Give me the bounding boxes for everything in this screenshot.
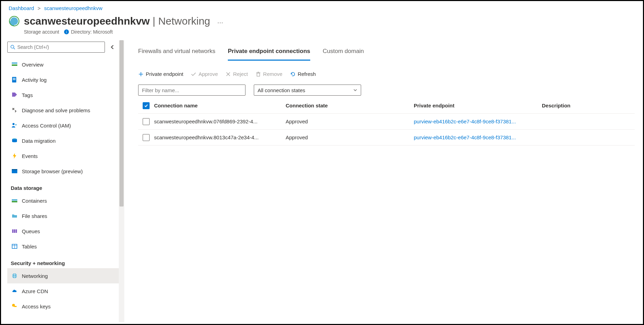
check-icon [191, 71, 196, 77]
private-endpoint-link[interactable]: purview-eb416b2c-e6e7-4c8f-9ce8-f37381..… [414, 134, 516, 140]
sidebar-item-label: Storage browser (preview) [22, 168, 83, 174]
refresh-icon [290, 71, 296, 77]
svg-rect-16 [12, 229, 14, 233]
connections-table: Connection name Connection state Private… [138, 98, 635, 146]
svg-point-9 [12, 123, 15, 125]
sidebar-item-queues[interactable]: Queues [7, 223, 119, 239]
sidebar-item-label: Queues [22, 228, 40, 234]
cell-connection-state: Approved [286, 118, 414, 124]
tab-firewalls[interactable]: Firewalls and virtual networks [138, 44, 215, 61]
sidebar-item-label: Diagnose and solve problems [22, 107, 90, 113]
tab-custom-domain[interactable]: Custom domain [323, 44, 364, 61]
svg-rect-5 [12, 64, 17, 66]
select-all-checkbox[interactable] [143, 102, 150, 109]
tab-private-endpoints[interactable]: Private endpoint connections [228, 44, 310, 61]
info-icon[interactable]: i [64, 29, 69, 34]
row-checkbox[interactable] [143, 118, 150, 125]
sidebar-item-activity-log[interactable]: Activity log [7, 72, 119, 87]
svg-point-2 [11, 45, 14, 48]
table-row[interactable]: scanwesteuropeedhnkvw.8013c47a-2e34-4...… [138, 130, 635, 146]
migration-icon [11, 137, 18, 144]
sidebar-item-data-migration[interactable]: Data migration [7, 133, 119, 148]
sidebar-item-label: Overview [22, 62, 44, 68]
sidebar-item-diagnose[interactable]: Diagnose and solve problems [7, 103, 119, 118]
chevron-down-icon [353, 88, 357, 92]
file-shares-icon [11, 212, 18, 220]
sidebar-item-label: Containers [22, 198, 47, 204]
svg-rect-14 [12, 199, 17, 201]
overview-icon [11, 61, 18, 68]
sidebar-item-overview[interactable]: Overview [7, 57, 119, 72]
browser-icon [11, 167, 18, 175]
search-icon [10, 45, 15, 50]
sidebar-item-file-shares[interactable]: File shares [7, 208, 119, 223]
cdn-icon [11, 287, 18, 295]
svg-rect-31 [257, 73, 260, 76]
breadcrumb-dashboard[interactable]: Dashboard [9, 5, 34, 11]
cell-connection-name: scanwesteuropeedhnkvw.8013c47a-2e34-4... [154, 134, 286, 140]
reject-button[interactable]: Reject [225, 71, 248, 77]
sidebar-item-iam[interactable]: Access Control (IAM) [7, 118, 119, 133]
toolbar: Private endpoint Approve Reject Remove R… [138, 62, 635, 85]
cell-connection-state: Approved [286, 134, 414, 140]
svg-rect-8 [13, 79, 16, 80]
activity-log-icon [11, 76, 18, 84]
tabs: Firewalls and virtual networks Private e… [138, 44, 635, 61]
sidebar-item-access-keys[interactable]: Access keys [7, 299, 119, 314]
page-subheader: Storage account i Directory: Microsoft [1, 29, 643, 40]
resource-type-label: Storage account [24, 29, 59, 35]
refresh-button[interactable]: Refresh [290, 71, 316, 77]
sidebar: Overview Activity log Tags Diagnose and … [1, 40, 119, 322]
sidebar-item-label: File shares [22, 213, 47, 219]
sidebar-search-input[interactable] [17, 44, 102, 50]
sidebar-item-label: Azure CDN [22, 288, 48, 294]
sidebar-item-label: Access Control (IAM) [22, 123, 71, 129]
col-header-state[interactable]: Connection state [286, 103, 414, 108]
events-icon [11, 152, 18, 160]
storage-account-icon [9, 16, 20, 27]
sidebar-section-storage: Data storage [7, 179, 119, 193]
approve-button[interactable]: Approve [191, 71, 218, 77]
tables-icon [11, 243, 18, 250]
collapse-sidebar-button[interactable] [109, 43, 117, 51]
col-header-name[interactable]: Connection name [154, 103, 286, 108]
sidebar-item-tables[interactable]: Tables [7, 239, 119, 254]
sidebar-item-label: Data migration [22, 138, 56, 144]
breadcrumb-current[interactable]: scanwesteuropeedhnkvw [44, 5, 102, 11]
filter-state-select[interactable]: All connection states [254, 85, 361, 96]
sidebar-item-azure-cdn[interactable]: Azure CDN [7, 283, 119, 299]
sidebar-item-events[interactable]: Events [7, 148, 119, 164]
sidebar-item-label: Activity log [22, 77, 47, 83]
svg-point-10 [15, 124, 17, 125]
table-row[interactable]: scanwesteuropeedhnkvw.076fd869-2392-4...… [138, 114, 635, 130]
breadcrumb: Dashboard > scanwesteuropeedhnkvw [1, 1, 643, 13]
sidebar-item-tags[interactable]: Tags [7, 87, 119, 103]
sidebar-item-label: Tags [22, 92, 33, 98]
col-header-desc[interactable]: Description [542, 103, 635, 108]
svg-rect-13 [12, 169, 17, 170]
add-private-endpoint-button[interactable]: Private endpoint [138, 71, 183, 77]
sidebar-scrollbar[interactable] [119, 40, 124, 322]
svg-rect-7 [13, 78, 16, 79]
sidebar-search[interactable] [7, 42, 105, 53]
breadcrumb-sep: > [36, 5, 43, 11]
sidebar-item-containers[interactable]: Containers [7, 193, 119, 208]
filter-name-input[interactable] [138, 85, 245, 96]
trash-icon [256, 71, 261, 77]
page-title: scanwesteuropeedhnkvw | Networking [24, 15, 210, 27]
svg-rect-26 [14, 306, 17, 307]
private-endpoint-link[interactable]: purview-eb416b2c-e6e7-4c8f-9ce8-f37381..… [414, 118, 516, 124]
col-header-endpoint[interactable]: Private endpoint [414, 103, 542, 108]
iam-icon [11, 122, 18, 129]
sidebar-item-storage-browser[interactable]: Storage browser (preview) [7, 164, 119, 179]
more-button[interactable]: … [217, 18, 224, 25]
svg-rect-18 [16, 229, 17, 233]
containers-icon [11, 197, 18, 204]
sidebar-item-networking[interactable]: Networking [7, 268, 119, 283]
svg-rect-4 [12, 62, 17, 64]
x-icon [225, 71, 231, 77]
networking-icon [11, 272, 18, 280]
remove-button[interactable]: Remove [256, 71, 283, 77]
svg-rect-15 [12, 201, 17, 202]
row-checkbox[interactable] [143, 134, 150, 141]
